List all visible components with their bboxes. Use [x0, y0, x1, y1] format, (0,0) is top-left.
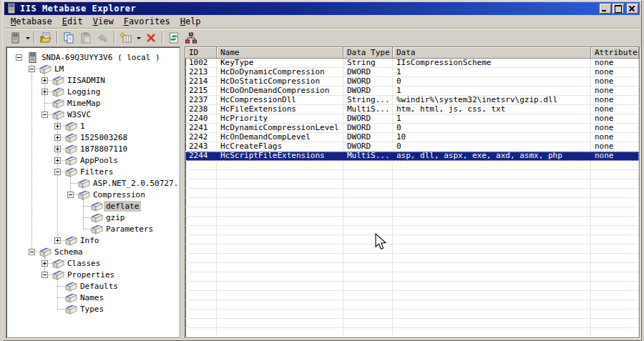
cell-data-type: DWORD: [343, 133, 393, 142]
cell-data: [393, 161, 591, 170]
menu-bar: MetabaseEditViewFavoritesHelp: [4, 15, 640, 29]
tree-item-apppools[interactable]: AppPools: [78, 155, 120, 166]
tree-item-1525003268[interactable]: 1525003268: [78, 132, 130, 143]
cell-data-type: [343, 310, 393, 319]
menu-view[interactable]: View: [90, 16, 117, 27]
tree-item-schema[interactable]: Schema: [52, 247, 85, 257]
tree-item-lm[interactable]: LM: [52, 64, 66, 74]
delete-button[interactable]: [142, 30, 160, 46]
expand-plus-icon[interactable]: [42, 89, 48, 95]
column-header-data[interactable]: Data: [393, 47, 591, 59]
toolbar: [4, 29, 640, 46]
connect-server-button[interactable]: [6, 30, 24, 46]
table-row[interactable]: 2215HcDoOnDemandCompressionDWORD1none: [185, 87, 639, 96]
collapse-minus-icon[interactable]: [54, 169, 61, 175]
cell-name: [217, 217, 343, 226]
expand-plus-icon[interactable]: [54, 237, 61, 244]
tree-item-types[interactable]: Types: [78, 304, 106, 315]
tree-item-compression[interactable]: Compression: [91, 189, 147, 200]
collapse-minus-icon[interactable]: [42, 112, 48, 118]
cell-data-type: DWORD: [343, 77, 393, 87]
tree-item-1[interactable]: 1: [78, 121, 87, 132]
tree-item-properties[interactable]: Properties: [65, 270, 117, 280]
tree-item-deflate[interactable]: deflate: [104, 201, 141, 212]
cell-attributes: [591, 337, 639, 338]
menu-edit[interactable]: Edit: [59, 16, 86, 27]
table-empty-row: [185, 272, 639, 282]
key-icon: [65, 304, 77, 317]
table-row[interactable]: 1002KeyTypeStringIIsCompressionSchemenon…: [185, 59, 639, 68]
table-row[interactable]: 2237HcCompressionDllString...%windir%\sy…: [185, 96, 639, 105]
collapse-minus-icon[interactable]: [29, 249, 35, 255]
column-header-id[interactable]: ID: [185, 47, 217, 59]
tree-item-defaults[interactable]: Defaults: [78, 281, 120, 292]
toolbar-separator: [162, 31, 163, 44]
expand-plus-icon[interactable]: [54, 134, 61, 141]
cell-name: HcPriority: [217, 114, 343, 124]
cell-id: [185, 217, 217, 226]
tree-item-gzip[interactable]: gzip: [104, 212, 127, 223]
tree-item-w3svc[interactable]: W3SVC: [65, 109, 93, 120]
tree-item-classes[interactable]: Classes: [65, 258, 102, 269]
menu-favorites[interactable]: Favorites: [121, 16, 173, 27]
close-button[interactable]: [627, 4, 638, 14]
cell-data-type: [343, 337, 393, 338]
undo-button[interactable]: [94, 30, 112, 46]
table-empty-row: [185, 337, 639, 338]
maximize-button[interactable]: [613, 4, 624, 14]
collapse-minus-icon[interactable]: [42, 272, 48, 278]
paste-button[interactable]: [77, 30, 94, 46]
column-header-data-type[interactable]: Data Type: [343, 47, 393, 59]
cell-data-type: [343, 207, 393, 217]
cell-id: [185, 170, 217, 179]
expand-plus-icon[interactable]: [54, 123, 61, 129]
app-icon: [6, 3, 17, 14]
refresh-button[interactable]: [165, 30, 182, 46]
cell-name: HcFileExtensions: [217, 105, 343, 114]
table-row[interactable]: 2244HcScriptFileExtensionsMultiS...asp, …: [185, 152, 639, 161]
collapse-minus-icon[interactable]: [29, 66, 35, 72]
menu-help[interactable]: Help: [177, 16, 204, 27]
tree-item-iisadmin[interactable]: IISADMIN: [65, 75, 107, 86]
expand-plus-icon[interactable]: [54, 157, 61, 164]
cell-data-type: MultiS...: [343, 152, 393, 161]
cell-id: [185, 282, 217, 291]
tree-item-logging[interactable]: Logging: [65, 87, 102, 97]
collapse-minus-icon[interactable]: [67, 192, 74, 198]
tree-item-mimemap[interactable]: MimeMap: [65, 98, 102, 109]
column-header-attributes[interactable]: Attributes: [591, 47, 639, 59]
column-header-name[interactable]: Name: [217, 47, 343, 59]
new-key-button-dropdown[interactable]: [135, 30, 142, 46]
tree-connector-line: [57, 280, 58, 309]
cell-id: [185, 189, 217, 198]
open-button[interactable]: [37, 30, 54, 46]
connect-server-button-dropdown[interactable]: [24, 30, 31, 46]
expand-plus-icon[interactable]: [54, 146, 61, 152]
copy-button[interactable]: [60, 30, 77, 46]
menu-metabase[interactable]: Metabase: [8, 16, 55, 27]
table-row[interactable]: 2238HcFileExtensionsMultiS...htm, html, …: [185, 105, 639, 114]
cell-attributes: none: [591, 59, 639, 68]
table-row[interactable]: 2241HcDynamicCompressionLevelDWORD0none: [185, 124, 639, 133]
tree-item-names[interactable]: Names: [78, 292, 106, 303]
title-bar[interactable]: IIS Metabase Explorer: [4, 2, 640, 15]
expand-plus-icon[interactable]: [42, 77, 48, 84]
table-row[interactable]: 2242HcOnDemandCompLevelDWORD10none: [185, 133, 639, 142]
tree-item-asp-net-2-0-50727-0[interactable]: ASP.NET_2.0.50727.0: [91, 178, 179, 189]
collapse-minus-icon[interactable]: [16, 54, 22, 61]
table-row[interactable]: 2243HcCreateFlagsDWORD0none: [185, 142, 639, 152]
tree-item-1878807110[interactable]: 1878807110: [78, 144, 130, 154]
table-row[interactable]: 2240HcPriorityDWORD1none: [185, 114, 639, 124]
tree-view-button[interactable]: [182, 30, 200, 46]
table-row[interactable]: 2214HcDoStaticCompressionDWORD0none: [185, 77, 639, 87]
table-row[interactable]: 2213HcDoDynamicCompressionDWORD1none: [185, 68, 639, 77]
cell-name: [217, 207, 343, 217]
expand-plus-icon[interactable]: [42, 260, 48, 267]
tree-item-snda-69q3uyy3v6-local-[interactable]: SNDA-69Q3UYY3V6 ( local ): [39, 52, 162, 63]
minimize-button[interactable]: [600, 4, 611, 14]
tree-item-parameters[interactable]: Parameters: [104, 224, 155, 234]
key-icon: [78, 189, 90, 202]
tree-item-filters[interactable]: Filters: [78, 167, 115, 177]
tree-item-info[interactable]: Info: [78, 235, 102, 246]
new-key-button[interactable]: [117, 30, 135, 46]
